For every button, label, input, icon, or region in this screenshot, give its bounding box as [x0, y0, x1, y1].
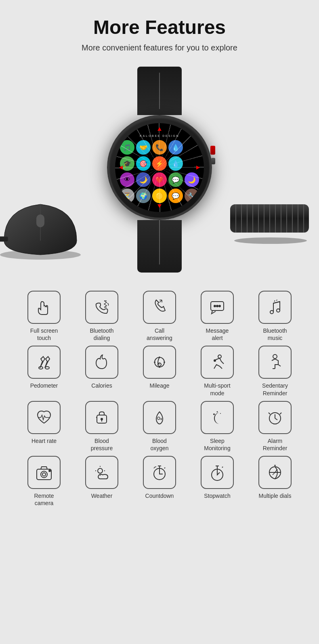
feature-label-pedometer: Pedometer	[30, 382, 58, 389]
svg-point-57	[49, 470, 50, 472]
triangle-bottom	[157, 204, 162, 208]
feature-item-countdown: Countdown	[132, 456, 187, 507]
svg-point-49	[220, 413, 221, 414]
feature-icon-message-alert	[201, 291, 234, 324]
svg-point-39	[218, 355, 221, 358]
feature-item-multi-sport-mode: Multi-sport mode	[189, 346, 245, 396]
feature-item-alarm-reminder: Alarm Reminder	[247, 401, 303, 452]
svg-text:O₂: O₂	[157, 416, 162, 421]
svg-line-63	[222, 467, 223, 468]
svg-point-43	[101, 418, 103, 420]
app-icon: 🌍	[136, 189, 151, 203]
svg-point-19	[234, 237, 307, 244]
feature-item-full-screen-touch: Full screen touch	[16, 291, 72, 342]
feature-item-calories: Calories	[74, 346, 130, 396]
feature-icon-full-screen-touch	[27, 291, 61, 324]
app-icon: 💧	[168, 156, 183, 171]
feature-label-mileage: Mileage	[149, 382, 169, 389]
triangle-left	[119, 166, 123, 170]
feature-label-heart-rate: Heart rate	[31, 437, 57, 445]
app-icon: 👁	[120, 172, 134, 187]
app-icon: 🔧	[185, 189, 199, 203]
feature-item-weather: Weather	[74, 456, 130, 507]
feature-label-bluetooth-dialing: Bluetooth dialing	[90, 327, 113, 342]
feature-icon-countdown	[143, 456, 176, 489]
app-icon: 🌙	[136, 172, 151, 187]
svg-rect-2	[36, 214, 44, 227]
page-container: More Features More convenient features f…	[0, 0, 319, 523]
feature-label-multiple-dials: Multiple dials	[259, 492, 292, 499]
feature-item-stopwatch: Stopwatch	[189, 456, 245, 507]
feature-label-multi-sport-mode: Multi-sport mode	[204, 382, 230, 396]
feature-label-blood-oxygen: Blood oxygen	[150, 437, 168, 452]
svg-point-24	[216, 305, 218, 307]
header-section: More Features More convenient features f…	[0, 0, 319, 57]
features-section: Full screen touch Bluetooth dialing Call…	[0, 283, 319, 523]
page-subtitle: More convenient features for you to expl…	[8, 43, 311, 52]
feature-icon-multi-sport-mode	[201, 346, 234, 379]
watch-band-bottom	[137, 220, 182, 273]
svg-point-47	[213, 413, 215, 415]
app-icon: 🎵	[120, 140, 134, 155]
svg-line-29	[274, 300, 275, 302]
feature-label-alarm-reminder: Alarm Reminder	[263, 437, 288, 452]
feature-item-call-answering: Call answering	[132, 291, 187, 342]
feature-item-sleep-monitoring: Sleep Monitoring	[189, 401, 245, 452]
feature-item-blood-pressure: Blood pressure	[74, 401, 130, 452]
feature-icon-multiple-dials	[258, 456, 292, 489]
app-icon: 🤝	[136, 140, 151, 155]
feature-label-sleep-monitoring: Sleep Monitoring	[204, 437, 230, 452]
feature-icon-blood-oxygen: O₂	[143, 401, 176, 434]
svg-point-48	[217, 411, 218, 412]
svg-line-28	[273, 302, 280, 303]
app-icon: 🟡	[152, 189, 167, 203]
svg-line-52	[275, 418, 277, 420]
feature-icon-heart-rate	[27, 401, 61, 434]
feature-icon-bluetooth-music	[258, 291, 292, 324]
feature-item-message-alert: Message alert	[189, 291, 245, 342]
feature-icon-mileage	[143, 346, 176, 379]
feature-label-weather: Weather	[91, 492, 113, 499]
features-grid: Full screen touch Bluetooth dialing Call…	[16, 291, 303, 507]
app-icon: 📞	[152, 140, 167, 155]
feature-icon-blood-pressure	[85, 401, 118, 434]
watch-case: KALOBEE DESIGN 🎵 🤝 📞 💧	[107, 115, 212, 220]
feature-label-message-alert: Message alert	[206, 327, 229, 342]
app-icon: ⚡	[152, 156, 167, 171]
watch-crown-gray	[211, 158, 215, 164]
watch-scene: KALOBEE DESIGN 🎵 🤝 📞 💧	[0, 57, 319, 283]
feature-icon-pedometer	[27, 346, 61, 379]
svg-point-55	[41, 471, 47, 478]
svg-point-25	[219, 305, 220, 307]
svg-point-40	[214, 360, 216, 361]
feature-item-remote-camera: Remote camera	[16, 456, 72, 507]
svg-rect-3	[0, 237, 8, 241]
app-icon: 💬	[168, 172, 183, 187]
feature-label-bluetooth-music: Bluetooth music	[263, 327, 287, 342]
feature-icon-weather	[85, 456, 118, 489]
feature-item-multiple-dials: Multiple dials	[247, 456, 303, 507]
hose-accessory	[230, 196, 311, 246]
mouse-accessory	[0, 192, 89, 262]
app-icon: ⏳	[120, 189, 134, 203]
feature-label-remote-camera: Remote camera	[34, 492, 54, 507]
svg-line-30	[277, 300, 277, 301]
svg-point-31	[39, 367, 43, 369]
svg-point-23	[214, 305, 216, 307]
feature-icon-stopwatch	[201, 456, 234, 489]
feature-label-sedentary-reminder: Sedentary Reminder	[262, 382, 288, 396]
app-icon: 💬	[168, 189, 183, 203]
app-icon: 💧	[168, 140, 183, 155]
feature-item-heart-rate: Heart rate	[16, 401, 72, 452]
feature-icon-bluetooth-dialing	[85, 291, 118, 324]
feature-item-bluetooth-music: Bluetooth music	[247, 291, 303, 342]
svg-point-27	[277, 309, 280, 312]
feature-item-sedentary-reminder: Sedentary Reminder	[247, 346, 303, 396]
svg-point-34	[155, 357, 164, 367]
feature-label-calories: Calories	[91, 382, 112, 389]
triangle-right	[196, 166, 200, 170]
feature-icon-alarm-reminder	[258, 401, 292, 434]
svg-point-26	[270, 310, 273, 314]
app-icon: ❤️	[152, 172, 167, 187]
app-icon: 🌙	[185, 172, 199, 187]
